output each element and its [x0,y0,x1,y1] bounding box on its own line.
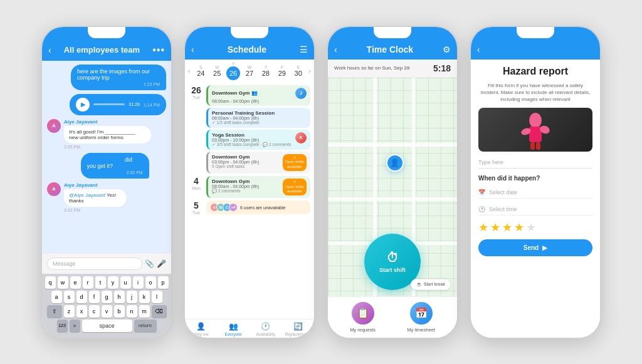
message-input[interactable]: Message [47,257,142,270]
key-c[interactable]: c [89,305,100,318]
hazard-photo[interactable] [478,108,592,152]
work-hours-time: 5:18 [433,63,451,73]
hazard-type-field[interactable]: Type here [478,157,592,169]
key-n[interactable]: n [127,305,137,318]
schedule-back-button[interactable]: ‹ [191,44,194,55]
key-backspace[interactable]: ⌫ [152,305,167,318]
phone-timeclock: ‹ Time Clock ⚙ Work hours so far on Sun,… [327,26,458,339]
notch-3 [374,27,411,38]
calendar-nav: ‹ S 24 M 25 T 26 W 27 T 28 F [185,60,314,83]
key-i[interactable]: i [133,276,144,289]
attachment-icon[interactable]: 📎 [145,259,154,268]
key-l[interactable]: l [152,291,162,303]
hazard-time-field[interactable]: 🕐 Select time [478,204,592,216]
key-a[interactable]: a [51,291,62,303]
key-num[interactable]: 123 [57,320,68,332]
star-1[interactable]: ★ [478,221,488,234]
key-f[interactable]: f [89,291,100,303]
my-timesheet-button[interactable]: 📅 My timesheet [407,302,435,333]
chat-input-row: Message 📎 🎤 [42,253,171,274]
mic-icon[interactable]: 🎤 [157,259,166,268]
schedule-item-downtown-gym-3[interactable]: Downtown Gym 08:00am - 04:00pm (8h) 💬 2 … [206,176,310,198]
sender-name-1: Aiye Jayavant [64,119,166,125]
cal-day-sun[interactable]: S 24 [193,65,208,77]
svg-rect-4 [530,142,535,150]
phone-schedule: ‹ Schedule ☰ ‹ S 24 M 25 T 26 W 27 T [184,26,315,339]
key-y[interactable]: y [108,276,118,289]
chat-title: All employees team [55,45,149,55]
hazard-back-button[interactable]: ‹ [477,44,480,55]
key-shift[interactable]: ⇧ [47,305,62,318]
key-w[interactable]: w [58,276,68,289]
phone-hazard: ‹ Hazard report Fill this form if you ha… [470,26,601,339]
settings-icon[interactable]: ⚙ [443,44,451,55]
cal-day-mon[interactable]: M 25 [209,65,224,77]
star-2[interactable]: ★ [490,221,500,234]
key-v[interactable]: v [102,305,112,318]
start-break-button[interactable]: ☕ Start break [411,279,451,290]
hazard-body: Hazard report Fill this form if you have… [471,60,600,338]
key-x[interactable]: x [76,305,87,318]
cal-prev[interactable]: ‹ [186,68,192,75]
audio-duration: 01:28 [129,102,140,107]
message-bubble-3: It's all good! I'm ___________ new unifo… [64,126,151,143]
key-u[interactable]: u [120,276,131,289]
key-z[interactable]: z [64,305,75,318]
key-e[interactable]: e [70,276,81,289]
star-5[interactable]: ★ [526,221,536,234]
notch-4 [517,27,554,38]
star-4[interactable]: ★ [514,221,524,234]
footer-availability[interactable]: 🕐 Availability [250,322,282,336]
key-k[interactable]: k [139,291,150,303]
hazard-date-field[interactable]: 📅 Select date [478,187,592,199]
footer-replacements[interactable]: 🔄 Replacements [282,322,315,336]
key-r[interactable]: r [83,276,93,289]
key-s[interactable]: s [64,291,75,303]
svg-rect-1 [529,127,542,142]
key-emoji[interactable]: ☺ [70,320,80,332]
timeclock-title: Time Clock [337,44,443,55]
play-button[interactable]: ▶ [76,98,90,112]
schedule-item-personal-training[interactable]: Personal Training Session 08:00am - 04:0… [206,108,310,128]
key-b[interactable]: b [114,305,125,318]
schedule-body: 26 Tue Downtown Gym 👥 J 08:00am - 04:00p… [185,83,314,319]
key-t[interactable]: t [95,276,106,289]
key-o[interactable]: o [145,276,156,289]
schedule-day-26: 26 Tue Downtown Gym 👥 J 08:00am - 04:00p… [189,85,310,174]
schedule-item-downtown-gym-1[interactable]: Downtown Gym 👥 J 08:00am - 04:00pm (8h) [206,85,310,106]
chat-menu-button[interactable]: ••• [152,44,165,56]
star-rating[interactable]: ★ ★ ★ ★ ★ [478,221,592,234]
send-button[interactable]: Send ▶ [478,239,592,256]
key-return[interactable]: return [134,320,157,332]
cal-next[interactable]: › [307,68,313,75]
schedule-menu-icon[interactable]: ☰ [300,44,308,55]
work-hours-label: Work hours so far on Sun, Sep 28 [334,65,409,71]
key-p[interactable]: p [158,276,169,289]
cal-day-fri[interactable]: F 29 [275,65,290,77]
key-h[interactable]: h [114,291,125,303]
back-button[interactable]: ‹ [48,45,51,55]
key-q[interactable]: q [45,276,56,289]
footer-only-me[interactable]: 👤 Only me [185,322,218,336]
chat-message-3: A Aiye Jayavant It's all good! I'm _____… [47,119,166,149]
svg-rect-5 [536,142,540,150]
schedule-item-downtown-gym-2[interactable]: Downtown Gym 03:00pm - 04:00pm (8h) 5 Op… [206,152,310,174]
map-location-pin: 👤 [386,154,404,172]
key-g[interactable]: g [102,291,112,303]
star-3[interactable]: ★ [502,221,512,234]
key-m[interactable]: m [139,305,150,318]
cal-day-tue-active[interactable]: T 26 [226,62,241,80]
work-hours-bar: Work hours so far on Sun, Sep 28 5:18 [328,60,457,78]
key-j[interactable]: j [127,291,137,303]
schedule-item-yoga[interactable]: Yoga Session 03:00pm - 10:00pm (8h) ✓ 3/… [206,130,310,150]
footer-everyone[interactable]: 👥 Everyone [218,322,250,336]
cal-day-sat[interactable]: S 30 [291,65,306,77]
my-requests-button[interactable]: 📋 My requests [350,302,376,333]
key-space[interactable]: space [82,320,132,332]
hazard-when-label: When did it happen? [478,175,592,182]
notch-2 [231,27,268,38]
unavailable-row: A B C +4 6 users are unavailable [206,200,310,214]
key-d[interactable]: d [76,291,87,303]
cal-day-thu[interactable]: T 28 [258,65,273,77]
cal-day-wed[interactable]: W 27 [242,65,257,77]
